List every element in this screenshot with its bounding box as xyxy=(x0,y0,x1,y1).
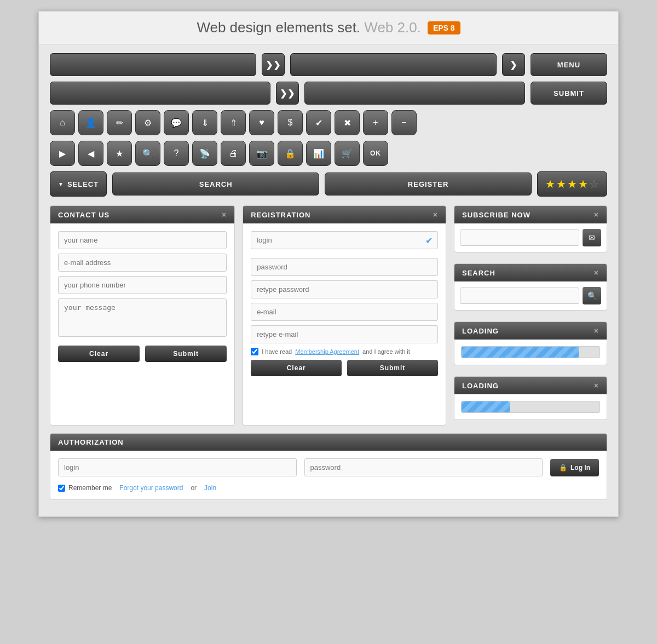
check-icon-btn[interactable]: ✔ xyxy=(306,110,331,135)
left-arrow-icon-btn[interactable]: ◀ xyxy=(78,141,103,166)
contact-phone-input[interactable] xyxy=(58,276,227,294)
rss-icon-btn[interactable]: 📡 xyxy=(192,141,217,166)
right-arrow-icon: ▶ xyxy=(59,148,66,159)
subscribe-close[interactable]: × xyxy=(594,210,599,219)
login-lock-icon: 🔒 xyxy=(559,464,567,472)
registration-form-close[interactable]: × xyxy=(433,210,438,219)
join-link[interactable]: Join xyxy=(204,484,216,492)
plus-icon-btn[interactable]: + xyxy=(363,110,388,135)
lock-icon-btn[interactable]: 🔒 xyxy=(278,141,303,166)
search-widget-button[interactable]: 🔍 xyxy=(583,287,601,304)
loading-widget2: LOADING × xyxy=(454,376,607,420)
contact-form-close[interactable]: × xyxy=(222,210,227,219)
reg-form-buttons: Clear Submit xyxy=(251,360,438,376)
chart-icon-btn[interactable]: 📊 xyxy=(306,141,331,166)
subscribe-mail-button[interactable]: ✉ xyxy=(583,229,601,246)
loading-title2: LOADING xyxy=(462,382,499,390)
help-icon-btn[interactable]: ? xyxy=(164,141,189,166)
star-icon-btn[interactable]: ★ xyxy=(107,141,132,166)
print-icon-btn[interactable]: 🖨 xyxy=(221,141,246,166)
contact-email-input[interactable] xyxy=(58,254,227,272)
lock-icon: 🔒 xyxy=(285,148,296,159)
select-button[interactable]: ▼ SELECT xyxy=(50,171,107,197)
user-icon: 👤 xyxy=(85,118,96,128)
chat-icon-btn[interactable]: 💬 xyxy=(164,110,189,135)
toolbar-row1: ❯❯ ❯ MENU xyxy=(50,53,607,76)
agree-text: I have read xyxy=(262,348,292,355)
auth-login-input[interactable] xyxy=(58,458,297,476)
star-5[interactable]: ☆ xyxy=(589,177,599,191)
or-text: or xyxy=(191,484,197,492)
header-title: Web design elements set. Web 2.0. xyxy=(197,19,421,36)
dollar-icon: $ xyxy=(288,118,293,128)
remember-checkbox[interactable] xyxy=(58,485,65,492)
reg-email-input[interactable] xyxy=(251,303,438,321)
down-double-icon-btn[interactable]: ⇓ xyxy=(192,110,217,135)
camera-icon-btn[interactable]: 📷 xyxy=(249,141,274,166)
search-icon-btn[interactable]: 🔍 xyxy=(135,141,160,166)
toolbar-btn4[interactable] xyxy=(304,82,525,105)
toolbar-btn2[interactable] xyxy=(290,53,497,76)
reg-retype-password-input[interactable] xyxy=(251,280,438,298)
login-button[interactable]: 🔒 Log In xyxy=(550,459,599,476)
dropdown-btn3[interactable]: ❯❯ xyxy=(276,82,299,105)
contact-name-input[interactable] xyxy=(58,231,227,249)
contact-clear-button[interactable]: Clear xyxy=(58,346,140,362)
subscribe-widget: SUBSCRIBE NOW × ✉ xyxy=(454,205,607,252)
dropdown-btn1[interactable]: ❯❯ xyxy=(262,53,285,76)
camera-icon: 📷 xyxy=(256,148,267,159)
home-icon-btn[interactable]: ⌂ xyxy=(50,110,75,135)
triangle-down-icon: ▼ xyxy=(58,181,64,187)
toolbar-btn3[interactable] xyxy=(50,82,270,105)
star-2[interactable]: ★ xyxy=(556,177,566,191)
auth-bottom: Remember me Forgot your password or Join xyxy=(50,484,607,499)
reg-submit-button[interactable]: Submit xyxy=(347,360,438,376)
contact-message-input[interactable] xyxy=(58,298,227,337)
toolbar-btn1[interactable] xyxy=(50,53,256,76)
loading-close2[interactable]: × xyxy=(594,381,599,390)
star-rating: ★ ★ ★ ★ ☆ xyxy=(537,171,607,197)
reg-clear-button[interactable]: Clear xyxy=(251,360,342,376)
agree-checkbox[interactable] xyxy=(251,348,258,355)
reg-login-input[interactable] xyxy=(251,231,438,249)
loading-body1 xyxy=(454,340,607,365)
contact-submit-button[interactable]: Submit xyxy=(145,346,227,362)
star-3[interactable]: ★ xyxy=(567,177,577,191)
loading-bar-outer2 xyxy=(461,401,600,413)
gear-icon: ⚙ xyxy=(144,118,152,128)
loading-close1[interactable]: × xyxy=(594,326,599,335)
edit-icon-btn[interactable]: ✏ xyxy=(107,110,132,135)
loading-bar-outer1 xyxy=(461,346,600,358)
rss-icon: 📡 xyxy=(199,148,210,159)
dropdown-btn2[interactable]: ❯ xyxy=(502,53,525,76)
menu-button[interactable]: MENU xyxy=(531,53,607,76)
dollar-icon-btn[interactable]: $ xyxy=(278,110,303,135)
gear-icon-btn[interactable]: ⚙ xyxy=(135,110,160,135)
chat-icon: 💬 xyxy=(171,118,182,128)
reg-retype-email-input[interactable] xyxy=(251,325,438,343)
search-widget-close[interactable]: × xyxy=(594,268,599,277)
search-action-button[interactable]: SEARCH xyxy=(112,173,319,196)
star-4[interactable]: ★ xyxy=(578,177,588,191)
auth-password-input[interactable] xyxy=(304,458,543,476)
contact-form-buttons: Clear Submit xyxy=(58,346,227,362)
registration-form-title: REGISTRATION xyxy=(251,211,310,219)
minus-icon-btn[interactable]: − xyxy=(391,110,417,135)
subscribe-email-input[interactable] xyxy=(460,229,579,246)
up-double-icon-btn[interactable]: ⇑ xyxy=(221,110,246,135)
cart-icon-btn[interactable]: 🛒 xyxy=(335,141,360,166)
register-button[interactable]: REGISTER xyxy=(325,173,532,196)
close-icon-btn[interactable]: ✖ xyxy=(335,110,360,135)
user-icon-btn[interactable]: 👤 xyxy=(78,110,103,135)
membership-agreement-link[interactable]: Membership Agreement xyxy=(295,348,359,355)
forgot-password-link[interactable]: Forgot your password xyxy=(119,484,183,492)
contact-form-panel: CONTACT US × Clear Submit xyxy=(50,205,235,426)
submit-button[interactable]: SUBMIT xyxy=(531,82,607,105)
reg-password-input[interactable] xyxy=(251,258,438,276)
right-arrow-icon-btn[interactable]: ▶ xyxy=(50,141,75,166)
mail-icon: ✉ xyxy=(589,233,595,242)
heart-icon-btn[interactable]: ♥ xyxy=(249,110,274,135)
star-1[interactable]: ★ xyxy=(545,177,555,191)
ok-icon-btn[interactable]: OK xyxy=(363,141,388,166)
search-widget-input[interactable] xyxy=(460,288,579,304)
